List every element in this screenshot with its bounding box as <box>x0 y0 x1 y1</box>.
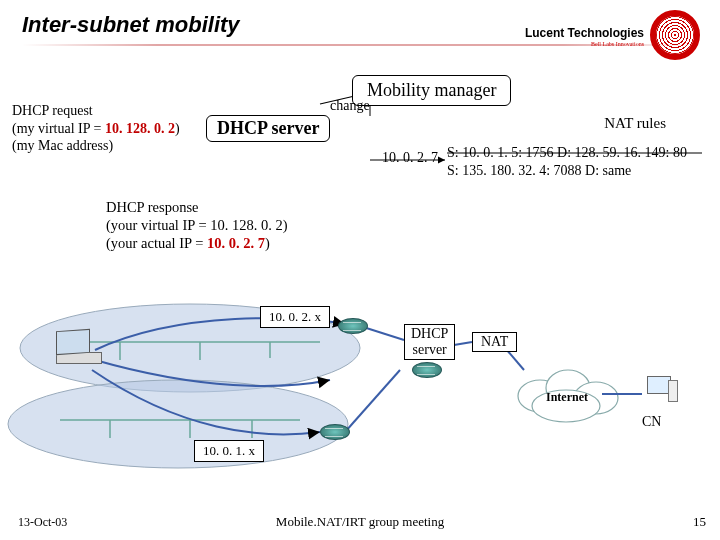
nat-line-2: S: 135. 180. 32. 4: 7088 D: same <box>447 162 687 180</box>
logo: Lucent Technologies Bell Labs Innovation… <box>525 10 700 60</box>
dhcp-server-box: DHCP server <box>206 115 330 142</box>
footer-page: 15 <box>693 514 706 530</box>
logo-sub: Bell Labs Innovations <box>525 41 644 47</box>
cn-computer-icon <box>644 376 674 406</box>
dhcp-server-node: DHCPserver <box>404 324 455 360</box>
nat-line-1: S: 10. 0. 1. 5: 1756 D: 128. 59. 16. 149… <box>447 144 687 162</box>
dhcp-resp-l1: DHCP response <box>106 198 288 216</box>
mobility-manager-box: Mobility manager <box>352 75 511 106</box>
dhcp-resp-l2: (your virtual IP = 10. 128. 0. 2) <box>106 216 288 234</box>
cn-label: CN <box>642 414 661 430</box>
dhcp-request-text: DHCP request (my virtual IP = 10. 128. 0… <box>12 102 180 155</box>
router-icon <box>320 424 350 440</box>
subnet-1-label: 10. 0. 2. x <box>260 306 330 328</box>
dhcp-req-l2: (my virtual IP = 10. 128. 0. 2) <box>12 120 180 138</box>
router-icon <box>338 318 368 334</box>
dhcp-req-l3: (my Mac address) <box>12 137 180 155</box>
nat-rules-label: NAT rules <box>604 115 666 132</box>
router-icon <box>412 362 442 378</box>
dhcp-resp-l3: (your actual IP = 10. 0. 2. 7) <box>106 234 288 252</box>
change-label: change <box>330 98 370 114</box>
actual-ip-label: 10. 0. 2. 7 <box>382 150 438 166</box>
nat-rule-lines: S: 10. 0. 1. 5: 1756 D: 128. 59. 16. 149… <box>447 144 687 179</box>
logo-text: Lucent Technologies <box>525 26 644 40</box>
internet-label: Internet <box>546 390 588 405</box>
mobile-node-icon <box>56 330 106 362</box>
lucent-ring-icon <box>650 10 700 60</box>
dhcp-response-text: DHCP response (your virtual IP = 10. 128… <box>106 198 288 252</box>
svg-line-13 <box>345 370 400 432</box>
dhcp-req-l1: DHCP request <box>12 102 180 120</box>
footer-center: Mobile.NAT/IRT group meeting <box>276 514 444 530</box>
subnet-2-label: 10. 0. 1. x <box>194 440 264 462</box>
nat-node: NAT <box>472 332 517 352</box>
svg-point-4 <box>8 380 348 468</box>
footer-date: 13-Oct-03 <box>18 515 67 530</box>
